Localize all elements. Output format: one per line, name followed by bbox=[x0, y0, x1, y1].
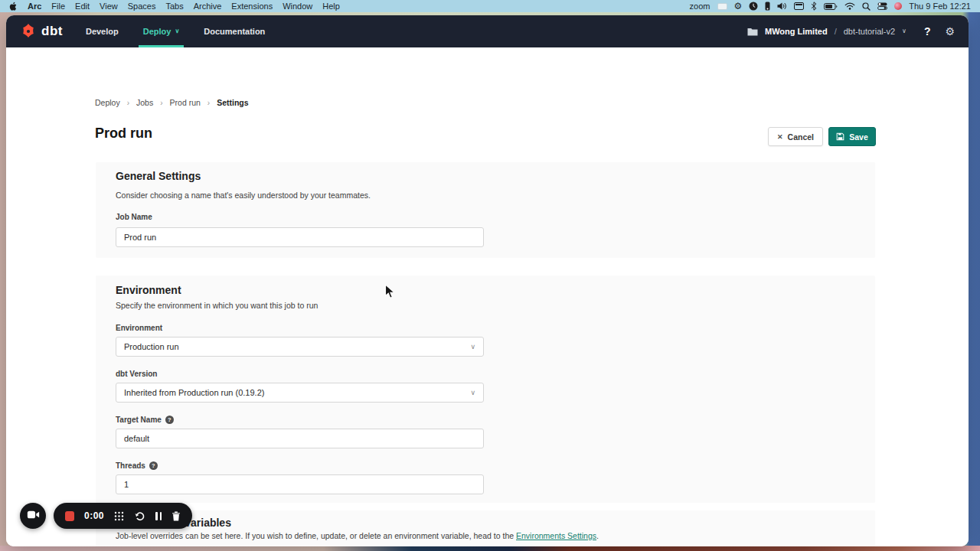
browser-window: dbt Develop Deploy ∨ Documentation MWong… bbox=[6, 15, 969, 546]
control-center-icon[interactable] bbox=[877, 2, 887, 10]
environment-variables-description: Job-level overrides can be set here. If … bbox=[116, 531, 599, 540]
cancel-button[interactable]: ✕ Cancel bbox=[768, 127, 823, 146]
environment-title: Environment bbox=[116, 284, 181, 296]
wifi-icon[interactable] bbox=[844, 2, 855, 10]
breadcrumb-jobs[interactable]: Jobs bbox=[136, 98, 153, 107]
environment-field-label: Environment bbox=[116, 324, 162, 332]
desktop-wallpaper-strip bbox=[0, 546, 980, 551]
screen-share-icon[interactable] bbox=[717, 3, 727, 10]
general-settings-description: Consider choosing a name that's easily u… bbox=[116, 191, 371, 200]
environments-settings-link[interactable]: Environments Settings bbox=[516, 531, 596, 540]
clock-icon[interactable] bbox=[749, 2, 758, 11]
menubar-menu-window[interactable]: Window bbox=[283, 2, 312, 11]
menubar-menu-edit[interactable]: Edit bbox=[75, 2, 90, 11]
breadcrumb: Deploy › Jobs › Prod run › Settings bbox=[95, 98, 249, 107]
battery-icon[interactable] bbox=[824, 3, 838, 10]
restart-icon[interactable] bbox=[134, 511, 145, 521]
folder-icon bbox=[747, 28, 758, 36]
dbt-logo[interactable]: dbt bbox=[20, 23, 63, 40]
menubar-menu-extensions[interactable]: Extensions bbox=[231, 2, 273, 11]
video-camera-icon bbox=[27, 509, 40, 523]
threads-label: Threads ? bbox=[116, 461, 158, 470]
display-icon[interactable] bbox=[794, 2, 804, 10]
trash-icon[interactable] bbox=[172, 511, 181, 521]
recording-timer: 0:00 bbox=[84, 510, 104, 521]
chevron-down-icon: ∨ bbox=[175, 28, 179, 34]
account-separator: / bbox=[835, 27, 837, 36]
settings-gear-icon[interactable]: ⚙ bbox=[945, 26, 955, 37]
breadcrumb-prod-run[interactable]: Prod run bbox=[170, 98, 201, 107]
spotlight-icon[interactable] bbox=[862, 2, 871, 11]
menubar-zoom-label[interactable]: zoom bbox=[690, 2, 710, 11]
save-button[interactable]: Save bbox=[828, 127, 876, 146]
dbt-logo-text: dbt bbox=[41, 24, 63, 39]
menubar-clock[interactable]: Thu 9 Feb 12:21 bbox=[909, 2, 971, 11]
job-name-label: Job Name bbox=[116, 213, 152, 221]
gear-icon[interactable]: ⚙ bbox=[734, 1, 743, 11]
chevron-down-icon: ∨ bbox=[470, 343, 475, 350]
help-circle-icon[interactable]: ? bbox=[149, 461, 158, 470]
apple-logo-icon[interactable] bbox=[9, 2, 18, 11]
save-disk-icon bbox=[836, 132, 844, 141]
general-settings-section: General Settings Consider choosing a nam… bbox=[96, 162, 875, 258]
project-name[interactable]: dbt-tutorial-v2 bbox=[844, 27, 895, 36]
menubar-menu-tabs[interactable]: Tabs bbox=[165, 2, 183, 11]
nav-item-deploy[interactable]: Deploy ∨ bbox=[143, 15, 180, 47]
recording-toolbar: 0:00 bbox=[54, 503, 192, 529]
environment-variables-section: Environment Variables Job-level override… bbox=[96, 510, 875, 546]
breadcrumb-settings: Settings bbox=[217, 98, 248, 107]
camera-toggle-button[interactable] bbox=[20, 503, 46, 529]
breadcrumb-separator: › bbox=[127, 99, 129, 107]
environment-select[interactable]: Production run ∨ bbox=[116, 337, 484, 357]
breadcrumb-separator: › bbox=[160, 99, 162, 107]
account-name[interactable]: MWong Limited bbox=[765, 27, 828, 36]
threads-input[interactable]: 1 bbox=[116, 474, 484, 494]
environment-description: Specify the environment in which you wan… bbox=[116, 301, 318, 310]
target-name-input[interactable]: default bbox=[116, 429, 484, 448]
help-circle-icon[interactable]: ? bbox=[165, 416, 174, 424]
chevron-down-icon[interactable]: ∨ bbox=[902, 28, 906, 34]
drag-handle-icon[interactable] bbox=[114, 511, 124, 521]
nav-item-documentation[interactable]: Documentation bbox=[204, 15, 265, 47]
page-content: Deploy › Jobs › Prod run › Settings Prod… bbox=[6, 47, 969, 546]
stop-recording-button[interactable] bbox=[65, 511, 74, 521]
job-name-input[interactable]: Prod run bbox=[116, 227, 484, 247]
device-icon[interactable] bbox=[765, 2, 770, 11]
dbt-navbar: dbt Develop Deploy ∨ Documentation MWong… bbox=[6, 15, 969, 47]
environment-section: Environment Specify the environment in w… bbox=[96, 276, 875, 503]
bluetooth-icon[interactable] bbox=[811, 2, 817, 11]
menubar-menu-view[interactable]: View bbox=[100, 2, 118, 11]
chevron-down-icon: ∨ bbox=[470, 389, 475, 396]
macos-menubar: Arc File Edit View Spaces Tabs Archive E… bbox=[0, 0, 980, 12]
menubar-menu-file[interactable]: File bbox=[51, 2, 65, 11]
page-title: Prod run bbox=[95, 126, 152, 142]
nav-items: Develop Deploy ∨ Documentation bbox=[86, 15, 265, 47]
breadcrumb-deploy[interactable]: Deploy bbox=[95, 98, 120, 107]
menubar-menu-archive[interactable]: Archive bbox=[194, 2, 222, 11]
general-settings-title: General Settings bbox=[116, 170, 201, 182]
dbt-logo-icon bbox=[20, 23, 37, 40]
target-name-label: Target Name ? bbox=[116, 416, 174, 424]
menubar-menu-help[interactable]: Help bbox=[322, 2, 340, 11]
siri-icon[interactable] bbox=[894, 2, 902, 10]
breadcrumb-separator: › bbox=[207, 99, 210, 107]
menubar-menu-spaces[interactable]: Spaces bbox=[128, 2, 156, 11]
nav-item-develop[interactable]: Develop bbox=[86, 15, 119, 47]
dbt-version-label: dbt Version bbox=[116, 370, 157, 378]
volume-icon[interactable] bbox=[777, 2, 787, 10]
close-icon: ✕ bbox=[777, 133, 783, 141]
pause-icon[interactable] bbox=[155, 512, 162, 520]
help-icon[interactable]: ? bbox=[924, 25, 931, 37]
dbt-version-select[interactable]: Inherited from Production run (0.19.2) ∨ bbox=[116, 383, 484, 403]
menubar-app-name[interactable]: Arc bbox=[28, 2, 41, 11]
